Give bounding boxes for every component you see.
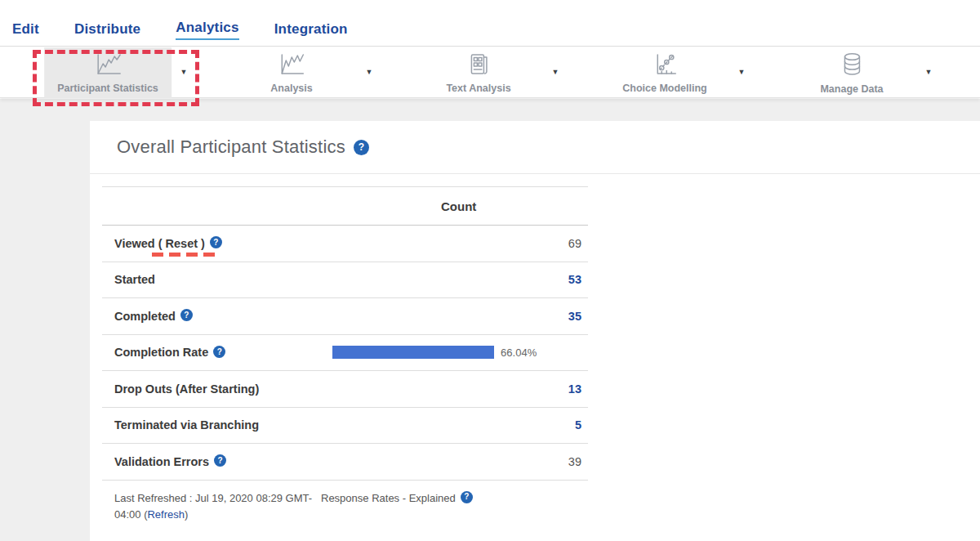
row-label: Terminated via Branching (114, 418, 259, 431)
completion-rate-bar-group: 66.04% (332, 346, 537, 359)
count-value: 5 (575, 418, 581, 431)
table-row-completion-rate: Completion Rate ? 66.04% (102, 335, 588, 372)
statistics-table: Count Viewed ( Reset ) ? 69 Started 53 C… (102, 186, 588, 523)
last-refreshed-suffix: ) (185, 508, 188, 521)
table-row-started: Started 53 (102, 262, 588, 299)
row-label: Validation Errors (114, 455, 209, 468)
help-icon[interactable]: ? (461, 491, 473, 503)
table-row-validation-errors: Validation Errors ? 39 (102, 444, 588, 481)
page-title: Overall Participant Statistics (117, 136, 345, 158)
toolbar-item-choice-modelling[interactable]: Choice Modelling (609, 47, 719, 98)
row-label-suffix: ) (201, 237, 205, 250)
help-icon[interactable]: ? (214, 454, 226, 467)
help-icon[interactable]: ? (210, 236, 222, 248)
row-label: Completed (114, 310, 176, 323)
table-row-terminated: Terminated via Branching 5 (102, 408, 588, 445)
table-row-drop-outs: Drop Outs (After Starting) 13 (102, 371, 588, 408)
help-icon[interactable]: ? (180, 309, 193, 321)
help-icon[interactable]: ? (213, 346, 225, 358)
count-column-header: Count (441, 199, 476, 213)
participant-statistics-panel: Overall Participant Statistics ? Count V… (90, 121, 980, 541)
caret-down-icon[interactable]: ▼ (366, 68, 373, 76)
last-refreshed-text: Last Refreshed : Jul 19, 2020 08:29 GMT-… (114, 490, 321, 523)
reset-link[interactable]: Reset (166, 237, 198, 250)
nav-item-integration[interactable]: Integration (274, 21, 348, 40)
page-background: Overall Participant Statistics ? Count V… (0, 99, 980, 541)
caret-down-icon[interactable]: ▼ (552, 68, 559, 76)
newspaper-grid-icon (465, 52, 492, 80)
nav-item-analytics[interactable]: Analytics (176, 20, 238, 40)
row-label: Drop Outs (After Starting) (114, 382, 259, 396)
nav-item-distribute[interactable]: Distribute (74, 21, 140, 40)
toolbar-item-label: Text Analysis (446, 83, 510, 94)
last-refreshed-label: Last Refreshed : Jul 19, 2020 08:29 GMT-… (114, 492, 312, 521)
table-row-viewed: Viewed ( Reset ) ? 69 (102, 226, 588, 262)
table-footer: Last Refreshed : Jul 19, 2020 08:29 GMT-… (102, 481, 588, 523)
scatter-chart-icon (650, 52, 679, 80)
caret-down-icon[interactable]: ▼ (180, 68, 188, 76)
toolbar-item-participant-statistics[interactable]: Participant Statistics (44, 47, 172, 98)
response-rates-explained: Response Rates - Explained ? (321, 490, 473, 523)
count-value: 35 (568, 310, 581, 323)
line-chart-icon (275, 52, 308, 80)
count-value: 13 (568, 382, 581, 396)
toolbar-item-manage-data[interactable]: Manage Data (807, 47, 896, 98)
toolbar-item-text-analysis[interactable]: Text Analysis (433, 47, 523, 98)
table-row-completed: Completed ? 35 (102, 298, 588, 335)
annotation-underline (152, 253, 220, 257)
response-rates-label: Response Rates - Explained (321, 490, 456, 507)
completion-rate-value: 66.04% (501, 347, 537, 359)
count-value: 69 (568, 237, 581, 250)
line-chart-icon (91, 52, 124, 80)
toolbar-item-label: Analysis (270, 83, 312, 94)
count-value: 39 (568, 455, 581, 468)
row-label: Viewed ( (114, 237, 163, 250)
count-value: 53 (568, 273, 581, 286)
caret-down-icon[interactable]: ▼ (925, 68, 933, 76)
toolbar-item-analysis[interactable]: Analysis (257, 47, 325, 98)
help-icon[interactable]: ? (354, 140, 369, 155)
row-label: Completion Rate (114, 346, 208, 359)
top-nav: Edit Distribute Analytics Integration (0, 0, 980, 47)
completion-rate-bar (332, 346, 494, 359)
row-label: Started (114, 273, 155, 286)
caret-down-icon[interactable]: ▼ (738, 68, 746, 76)
refresh-link[interactable]: Refresh (147, 508, 185, 521)
toolbar-item-label: Participant Statistics (57, 83, 158, 94)
analytics-toolbar: Participant Statistics ▼ Analysis ▼ Text… (0, 47, 980, 98)
toolbar-item-label: Manage Data (820, 83, 883, 95)
database-icon (839, 51, 865, 81)
nav-item-edit[interactable]: Edit (12, 21, 39, 40)
panel-header: Overall Participant Statistics ? (90, 121, 980, 174)
toolbar-item-label: Choice Modelling (622, 83, 706, 94)
table-header-row: Count (102, 187, 588, 226)
